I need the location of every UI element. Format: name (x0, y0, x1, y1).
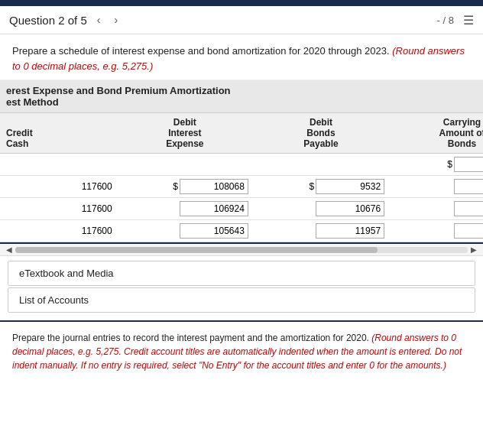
dollar-r1-c2: $ (173, 181, 178, 192)
cell-r3-c1: 117600 (0, 220, 117, 242)
etextbook-media-button[interactable]: eTextbook and Media (8, 261, 475, 286)
table-row: 117600 (0, 198, 483, 220)
cell-r3-c2 (117, 220, 253, 242)
scroll-bar: ◀ ▶ (0, 244, 483, 256)
list-of-accounts-button[interactable]: List of Accounts (8, 287, 475, 313)
nav-bar: Question 2 of 5 ‹ › - / 8 ☰ (0, 6, 483, 34)
table-container: erest Expense and Bond Premium Amortizat… (0, 80, 483, 244)
schedule-table: erest Expense and Bond Premium Amortizat… (0, 80, 483, 242)
top-bar (0, 0, 483, 6)
question-2-main: Prepare the journal entries to record th… (12, 333, 369, 343)
cell-r3-c4 (389, 220, 483, 242)
cell-r2-c2 (117, 198, 253, 220)
scroll-left-arrow[interactable]: ◀ (3, 245, 15, 254)
input-r3-c4[interactable] (454, 223, 483, 239)
col-header-4: CarryingAmount ofBonds (389, 113, 483, 154)
input-r1-c4[interactable] (454, 179, 483, 194)
button-section: eTextbook and Media List of Accounts (0, 256, 483, 317)
dollar-r0: $ (447, 159, 452, 170)
scroll-right-arrow[interactable]: ▶ (468, 245, 480, 254)
table-row: 117600 (0, 220, 483, 242)
cell-r2-c1: 117600 (0, 198, 117, 220)
input-r3-c2[interactable] (180, 223, 248, 239)
col-header-3: DebitBondsPayable (253, 113, 389, 154)
scroll-track[interactable] (15, 247, 468, 253)
question-1-text: Prepare a schedule of interest expense a… (12, 44, 471, 73)
cell-r1-c3: $ (253, 176, 389, 198)
table-row: $ (0, 154, 483, 176)
table-title-line1: erest Expense and Bond Premium Amortizat… (6, 85, 483, 96)
table-title: erest Expense and Bond Premium Amortizat… (0, 80, 483, 113)
nav-right: - / 8 ☰ (437, 13, 474, 28)
input-r2-c2[interactable] (180, 201, 248, 216)
cell-r3-c3 (253, 220, 389, 242)
dollar-r1-c3: $ (309, 181, 314, 192)
cell-r0-c2 (117, 154, 253, 176)
cell-r0-c1 (0, 154, 117, 176)
table-header-row-1: erest Expense and Bond Premium Amortizat… (0, 80, 483, 113)
col-header-2: DebitInterestExpense (117, 113, 253, 154)
question-2-text: Prepare the journal entries to record th… (12, 331, 471, 372)
input-r1-c2[interactable] (180, 179, 248, 194)
cell-r1-c2: $ (117, 176, 253, 198)
next-button[interactable]: › (110, 12, 122, 28)
col-header-1: CreditCash (0, 113, 117, 154)
nav-left: Question 2 of 5 ‹ › (9, 12, 122, 28)
cell-r2-c3 (253, 198, 389, 220)
table-title-line2: est Method (6, 96, 483, 108)
input-r2-c4[interactable] (454, 201, 483, 216)
scroll-thumb (15, 247, 378, 253)
input-r3-c3[interactable] (316, 223, 384, 239)
bottom-instruction: Prepare the journal entries to record th… (0, 320, 483, 381)
cell-r1-c4 (389, 176, 483, 198)
input-r1-c3[interactable] (316, 179, 384, 194)
cell-r1-c1: 117600 (0, 176, 117, 198)
page-info: - / 8 (437, 15, 454, 26)
question-1-main: Prepare a schedule of interest expense a… (12, 45, 390, 57)
cell-r0-c4: $ (389, 154, 483, 176)
menu-icon[interactable]: ☰ (463, 13, 474, 28)
table-row: 117600 $ $ (0, 176, 483, 198)
input-r0-c4[interactable] (454, 157, 483, 172)
input-r2-c3[interactable] (316, 201, 384, 216)
prev-button[interactable]: ‹ (93, 12, 105, 28)
question-counter: Question 2 of 5 (9, 14, 87, 27)
table-header-row-2: CreditCash DebitInterestExpense DebitBon… (0, 113, 483, 154)
cell-r2-c4 (389, 198, 483, 220)
cell-r0-c3 (253, 154, 389, 176)
question-1-section: Prepare a schedule of interest expense a… (0, 34, 483, 80)
